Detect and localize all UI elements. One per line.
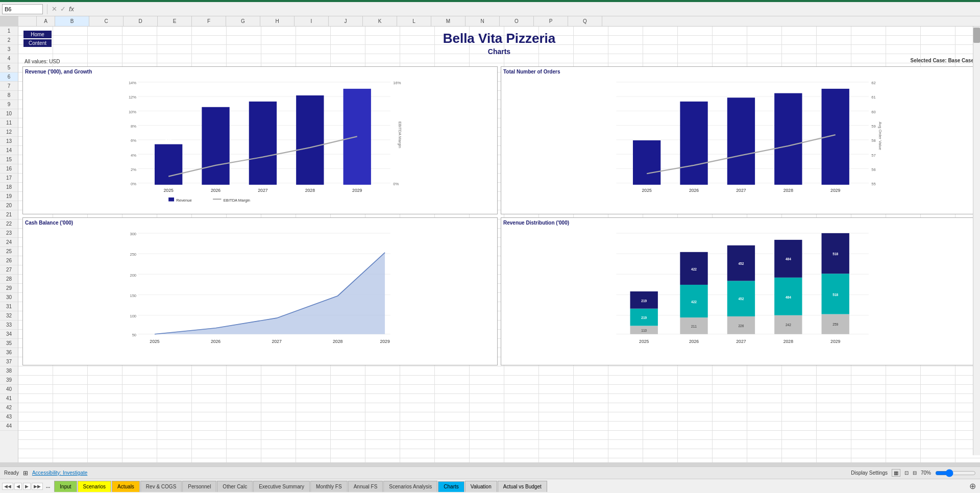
row-34: 34 <box>0 330 18 339</box>
svg-text:1,209: 1,209 <box>305 90 315 94</box>
tab-scenarios[interactable]: Scenarios <box>78 481 111 492</box>
col-header-B[interactable]: B <box>55 16 89 26</box>
tab-input[interactable]: Input <box>54 481 77 492</box>
rev-dist-chart-title: Revenue Distribution ('000) <box>503 220 973 226</box>
insert-function-icon[interactable]: fx <box>69 5 74 13</box>
svg-text:2027: 2027 <box>736 188 746 193</box>
svg-text:14%: 14% <box>129 81 136 85</box>
col-header-O[interactable]: O <box>500 16 534 26</box>
selected-case: Selected Case: Base Case <box>910 58 974 64</box>
revenue-bar-2028 <box>296 95 324 185</box>
orders-chart-container: Total Number of Orders Avg Order Value <box>501 66 976 214</box>
col-header-D[interactable]: D <box>124 16 158 26</box>
svg-text:Revenue: Revenue <box>176 198 191 203</box>
tab-scenarios-analysis[interactable]: Scenarios Analysis <box>383 481 437 492</box>
cell-mode-icon: ⊞ <box>23 470 28 477</box>
vertical-scrollbar[interactable] <box>973 27 980 455</box>
svg-text:211: 211 <box>691 325 697 328</box>
tab-next-arrow[interactable]: ▶ <box>23 483 31 490</box>
row-4: 4 <box>0 54 18 63</box>
col-header-A[interactable]: A <box>37 16 55 26</box>
scrollbar-thumb[interactable] <box>973 28 980 43</box>
tab-actual-vs-budget[interactable]: Actual vs Budget <box>498 481 547 492</box>
status-right: Display Settings ▦ ⊡ ⊟ 70% <box>851 469 976 477</box>
tab-other-calc[interactable]: Other Calc <box>217 481 253 492</box>
svg-text:16%: 16% <box>393 81 401 85</box>
svg-text:219: 219 <box>641 299 647 303</box>
row-30: 30 <box>0 293 18 302</box>
svg-text:18,711: 18,711 <box>735 92 747 96</box>
svg-text:200: 200 <box>130 273 136 278</box>
svg-text:452: 452 <box>738 262 744 265</box>
row-42: 42 <box>0 403 18 412</box>
col-header-F[interactable]: F <box>192 16 226 26</box>
content-button[interactable]: Content <box>23 39 52 47</box>
values-label: All values: USD <box>24 59 60 64</box>
tab-first-arrow[interactable]: ◀◀ <box>2 483 13 490</box>
col-header-P[interactable]: P <box>534 16 568 26</box>
svg-text:2029: 2029 <box>830 188 840 193</box>
col-header-G[interactable]: G <box>226 16 260 26</box>
svg-text:2027: 2027 <box>736 339 746 344</box>
orders-bar-2026 <box>680 102 707 185</box>
confirm-icon[interactable]: ✓ <box>60 5 66 13</box>
svg-text:484: 484 <box>786 257 791 261</box>
col-header-E[interactable]: E <box>158 16 192 26</box>
tab-monthly-fs[interactable]: Monthly FS <box>310 481 348 492</box>
col-header-Q[interactable]: Q <box>568 16 602 26</box>
ready-status: Ready <box>4 470 19 476</box>
col-header-C[interactable]: C <box>89 16 124 26</box>
tab-charts[interactable]: Charts <box>438 481 464 492</box>
status-left: Ready ⊞ Accessibility: Investigate <box>4 470 87 477</box>
page-layout-icon[interactable]: ⊡ <box>904 470 909 476</box>
zoom-slider[interactable] <box>935 470 976 477</box>
tab-valuation[interactable]: Valuation <box>465 481 497 492</box>
row-41: 41 <box>0 394 18 403</box>
svg-text:100: 100 <box>130 314 136 318</box>
spreadsheet-area: 1 2 3 4 5 6 7 8 9 10 11 12 13 14 15 16 1… <box>0 27 980 462</box>
cancel-icon[interactable]: ✕ <box>52 5 57 13</box>
row-19: 19 <box>0 192 18 201</box>
nav-buttons-group: Home Content <box>23 31 52 47</box>
tab-ellipsis[interactable]: ... <box>44 483 52 489</box>
home-button[interactable]: Home <box>23 31 52 38</box>
col-header-L[interactable]: L <box>397 16 431 26</box>
tab-nav-arrows: ◀◀ ◀ ▶ ▶▶ ... <box>0 483 54 490</box>
row-18: 18 <box>0 183 18 192</box>
revenue-chart-title: Revenue ('000), and Growth <box>25 69 495 75</box>
accessibility-label[interactable]: Accessibility: Investigate <box>32 470 87 476</box>
col-header-N[interactable]: N <box>465 16 500 26</box>
row-5: 5 <box>0 63 18 72</box>
normal-view-icon[interactable]: ▦ <box>892 469 900 477</box>
row-11: 11 <box>0 118 18 128</box>
add-sheet-button[interactable]: ⊕ <box>969 481 976 491</box>
row-25: 25 <box>0 247 18 256</box>
tab-prev-arrow[interactable]: ◀ <box>14 483 22 490</box>
col-header-rownum <box>18 16 37 26</box>
tab-personnel[interactable]: Personnel <box>182 481 216 492</box>
page-break-icon[interactable]: ⊟ <box>913 470 917 476</box>
sheet-header: Bella Vita Pizzeria Charts <box>22 29 976 57</box>
svg-text:548: 548 <box>165 138 172 143</box>
cash-chart: 50 100 150 200 250 300 2 <box>25 228 495 355</box>
tab-executive-summary[interactable]: Executive Summary <box>253 481 310 492</box>
col-header-M[interactable]: M <box>431 16 465 26</box>
row-9: 9 <box>0 100 18 109</box>
tab-last-arrow[interactable]: ▶▶ <box>32 483 43 490</box>
svg-text:300: 300 <box>130 232 136 236</box>
col-header-I[interactable]: I <box>295 16 329 26</box>
row-13: 13 <box>0 137 18 146</box>
tab-rev-cogs[interactable]: Rev & COGS <box>140 481 182 492</box>
svg-text:422: 422 <box>691 300 697 304</box>
col-header-K[interactable]: K <box>363 16 397 26</box>
col-header-H[interactable]: H <box>260 16 295 26</box>
tabs-container: Input Scenarios Actuals Rev & COGS Perso… <box>54 481 965 492</box>
display-settings-label[interactable]: Display Settings <box>851 470 888 476</box>
tab-actuals[interactable]: Actuals <box>112 481 140 492</box>
svg-text:2025: 2025 <box>639 339 649 344</box>
tab-annual-fs[interactable]: Annual FS <box>348 481 383 492</box>
svg-text:12%: 12% <box>129 95 136 100</box>
col-header-J[interactable]: J <box>329 16 363 26</box>
cell-reference[interactable]: B6 <box>2 4 43 14</box>
row-24: 24 <box>0 238 18 247</box>
